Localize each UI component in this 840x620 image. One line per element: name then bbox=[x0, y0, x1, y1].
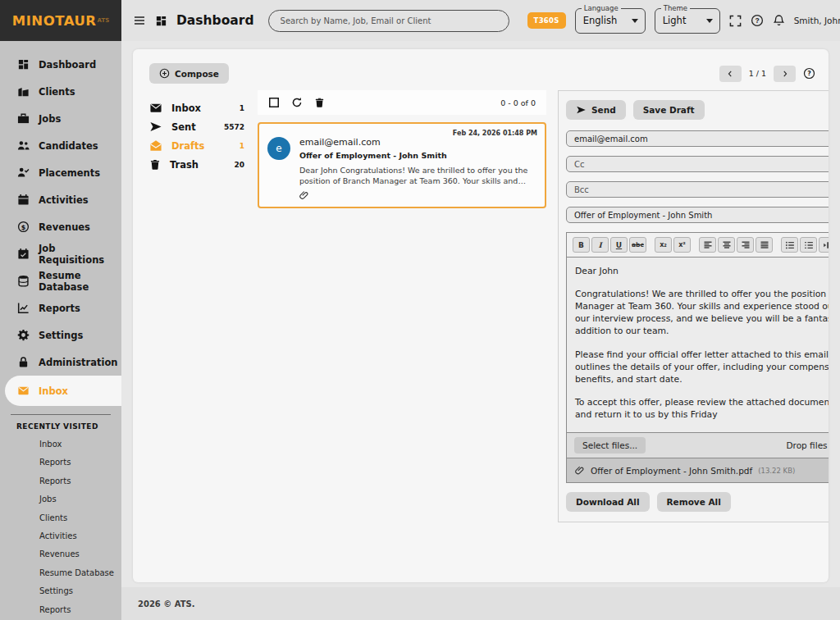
numbered-list-button[interactable] bbox=[800, 237, 817, 253]
save-draft-button[interactable]: Save Draft bbox=[633, 100, 705, 120]
notifications-bell-icon[interactable] bbox=[773, 14, 785, 27]
sidebar-item-dashboard[interactable]: Dashboard bbox=[0, 51, 121, 78]
email-body: Dear JohnCongratulations! We are thrille… bbox=[575, 265, 829, 433]
recently-visited-item[interactable]: Activities bbox=[0, 527, 121, 545]
email-text-block: email@email.com Offer of Employment - Jo… bbox=[299, 137, 539, 200]
app-window: MINOTAURATS Dashboard T360S Language Eng… bbox=[0, 0, 840, 620]
fullscreen-icon[interactable] bbox=[729, 15, 742, 27]
user-name: Smith, John bbox=[794, 16, 840, 25]
send-button[interactable]: Send bbox=[566, 100, 626, 120]
mail-list: 0 - 0 of 0 Feb 24, 2026 01:48 PM e email… bbox=[258, 90, 546, 208]
folder-count: 20 bbox=[234, 161, 246, 169]
delete-icon[interactable] bbox=[314, 97, 325, 108]
body-paragraph: Please find your official offer letter a… bbox=[575, 349, 829, 385]
theme-select-label: Theme bbox=[661, 4, 690, 12]
cc-field[interactable] bbox=[566, 156, 829, 172]
recently-visited-item[interactable]: Clients bbox=[0, 509, 121, 527]
save-draft-button-label: Save Draft bbox=[643, 105, 695, 115]
help-icon[interactable]: ? bbox=[803, 67, 815, 80]
recently-visited-item[interactable]: Reports bbox=[0, 601, 121, 619]
recently-visited-item[interactable]: Revenues bbox=[0, 545, 121, 563]
to-field[interactable] bbox=[566, 130, 829, 147]
sidebar-item-administration[interactable]: Administration bbox=[0, 349, 121, 376]
subscript-button[interactable]: x₂ bbox=[655, 237, 672, 253]
theme-select-value: Light bbox=[663, 15, 687, 26]
align-left-button[interactable] bbox=[699, 237, 716, 253]
sidebar-item-label: Job Requisitions bbox=[39, 243, 121, 266]
bullet-list-button[interactable] bbox=[781, 237, 798, 253]
recently-visited-item[interactable]: Reports bbox=[0, 454, 121, 472]
sidebar-item-revenues[interactable]: $ Revenues bbox=[0, 213, 121, 240]
superscript-button[interactable]: x² bbox=[673, 237, 691, 253]
bold-button[interactable]: B bbox=[573, 237, 590, 253]
next-page-button[interactable] bbox=[774, 66, 796, 82]
sidebar-item-reports[interactable]: Reports bbox=[0, 294, 121, 321]
sidebar-item-label: Reports bbox=[39, 303, 80, 314]
file-drop-zone[interactable]: Select files... Drop files here to selec… bbox=[566, 433, 829, 458]
folder-count: 1 bbox=[240, 104, 246, 112]
script-group: x₂ x² bbox=[655, 237, 691, 253]
sidebar-item-label: Candidates bbox=[39, 140, 98, 152]
folder-label: Drafts bbox=[171, 140, 204, 152]
email-date: Feb 24, 2026 01:48 PM bbox=[453, 130, 537, 137]
email-body-editor[interactable]: Dear JohnCongratulations! We are thrille… bbox=[566, 258, 829, 433]
search-input[interactable] bbox=[268, 10, 509, 32]
dashboard-icon bbox=[17, 58, 30, 71]
prev-page-button[interactable] bbox=[719, 66, 742, 82]
email-preview: Dear John Congratulations! We are thrill… bbox=[299, 165, 539, 186]
theme-select[interactable]: Theme Light bbox=[655, 8, 720, 34]
sidebar-item-jobs[interactable]: Jobs bbox=[0, 105, 121, 132]
hamburger-menu-icon[interactable] bbox=[133, 14, 146, 27]
select-all-checkbox[interactable] bbox=[268, 97, 280, 108]
gear-icon bbox=[17, 329, 30, 341]
sidebar: Dashboard Clients Jobs Candidates Placem… bbox=[0, 41, 121, 620]
email-from: email@email.com bbox=[299, 137, 539, 148]
sidebar-item-candidates[interactable]: Candidates bbox=[0, 132, 121, 159]
recently-visited-item[interactable]: Inbox bbox=[0, 435, 121, 454]
sidebar-item-activities[interactable]: Activities bbox=[0, 186, 121, 213]
chevron-down-icon bbox=[706, 19, 713, 23]
folder-inbox[interactable]: Inbox 1 bbox=[149, 98, 246, 117]
underline-button[interactable]: U bbox=[610, 237, 628, 253]
pagination: 1 / 1 ? bbox=[719, 66, 815, 82]
folder-trash[interactable]: Trash 20 bbox=[149, 155, 246, 174]
sidebar-item-clients[interactable]: Clients bbox=[0, 78, 121, 105]
folder-sent[interactable]: Sent 5572 bbox=[149, 117, 246, 136]
strikethrough-button[interactable]: abc bbox=[629, 237, 646, 253]
refresh-icon[interactable] bbox=[291, 97, 303, 108]
recently-visited-item[interactable]: Jobs bbox=[0, 490, 121, 508]
email-list-item[interactable]: Feb 24, 2026 01:48 PM e email@email.com … bbox=[258, 122, 546, 208]
select-files-button[interactable]: Select files... bbox=[574, 437, 646, 454]
remove-all-button[interactable]: Remove All bbox=[657, 492, 731, 512]
outdent-button[interactable] bbox=[819, 237, 829, 253]
svg-text:$: $ bbox=[21, 224, 26, 231]
sidebar-item-placements[interactable]: Placements bbox=[0, 159, 121, 186]
align-justify-button[interactable] bbox=[756, 237, 773, 253]
brand-logo[interactable]: MINOTAURATS bbox=[0, 0, 121, 41]
mail-columns: Inbox 1 Sent 5572 Drafts 1 bbox=[149, 90, 820, 522]
recently-visited-item[interactable]: Reports bbox=[0, 472, 121, 490]
download-all-button[interactable]: Download All bbox=[566, 492, 650, 512]
subject-field[interactable] bbox=[566, 207, 829, 223]
user-menu[interactable]: Smith, John bbox=[794, 16, 840, 25]
help-icon[interactable]: ? bbox=[751, 14, 764, 27]
sidebar-item-resume-database[interactable]: Resume Database bbox=[0, 267, 121, 294]
recently-visited-item[interactable]: Settings bbox=[0, 582, 121, 600]
sidebar-item-inbox[interactable]: Inbox bbox=[5, 376, 121, 406]
sidebar-item-settings[interactable]: Settings bbox=[0, 321, 121, 349]
align-center-button[interactable] bbox=[718, 237, 735, 253]
language-select[interactable]: Language English bbox=[575, 8, 646, 34]
align-right-button[interactable] bbox=[737, 237, 754, 253]
sidebar-item-label: Activities bbox=[39, 194, 89, 206]
italic-button[interactable]: I bbox=[591, 237, 609, 253]
recently-visited-item[interactable]: Resume Database bbox=[0, 564, 121, 582]
folder-drafts[interactable]: Drafts 1 bbox=[149, 136, 246, 155]
email-subject: Offer of Employment - John Smith bbox=[299, 151, 539, 160]
bcc-field[interactable] bbox=[566, 181, 829, 198]
svg-text:?: ? bbox=[755, 16, 759, 25]
dashboard-grid-icon bbox=[155, 15, 167, 27]
compose-button[interactable]: Compose bbox=[149, 63, 229, 84]
top-bar-main: Dashboard T360S Language English Theme L… bbox=[121, 0, 840, 41]
sidebar-item-job-requisitions[interactable]: Job Requisitions bbox=[0, 240, 121, 267]
sidebar-item-label: Jobs bbox=[39, 113, 61, 125]
